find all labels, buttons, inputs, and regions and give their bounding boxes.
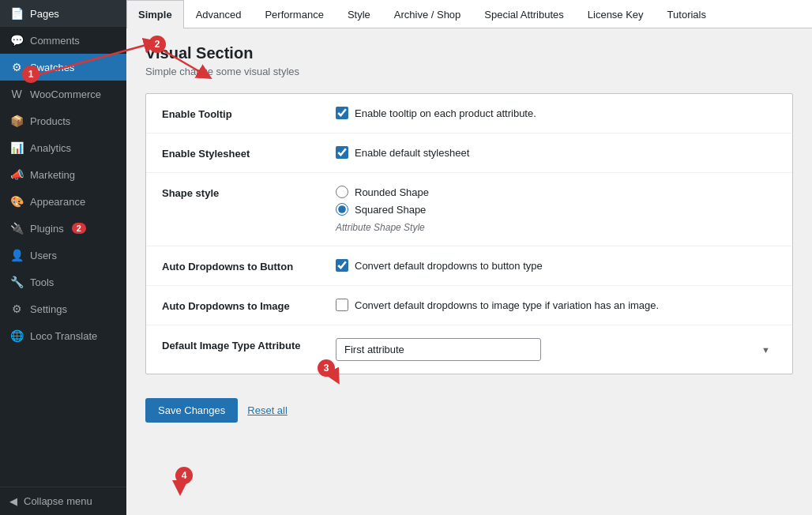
plugins-badge: 2	[72, 223, 86, 234]
setting-label-auto-dropdowns-button: Auto Dropdowns to Button	[162, 259, 336, 273]
checkbox-label-auto-dropdowns-image: Convert default dropdowns to image type …	[355, 299, 659, 311]
annotation-2: 2	[148, 36, 166, 53]
sidebar-label-comments: Comments	[30, 35, 80, 47]
tools-icon: 🔧	[9, 275, 24, 289]
checkbox-label-auto-dropdowns-button: Convert default dropdowns to button type	[355, 260, 543, 272]
radio-label-rounded: Rounded Shape	[355, 186, 429, 198]
settings-card: Enable TooltipEnable tooltip on each pro…	[145, 93, 793, 374]
sidebar-item-appearance[interactable]: 🎨 Appearance	[0, 188, 126, 215]
setting-control-enable-tooltip: Enable tooltip on each product attribute…	[336, 107, 776, 119]
loco-translate-icon: 🌐	[9, 329, 24, 343]
settings-row-default-image-type: Default Image Type AttributeFirst attrib…	[146, 325, 792, 374]
tab-archive-shop[interactable]: Archive / Shop	[382, 0, 473, 28]
section-title: Visual Section	[145, 44, 793, 62]
collapse-label: Collapse menu	[24, 495, 92, 507]
form-actions: Save Changes Reset all	[145, 390, 793, 438]
sidebar-item-plugins[interactable]: 🔌 Plugins 2	[0, 215, 126, 242]
sidebar-item-settings[interactable]: ⚙ Settings	[0, 295, 126, 322]
settings-row-enable-tooltip: Enable TooltipEnable tooltip on each pro…	[146, 94, 792, 133]
sidebar-item-woocommerce[interactable]: W WooCommerce	[0, 81, 126, 107]
shape-hint: Attribute Shape Style	[336, 222, 776, 233]
collapse-icon: ◀	[9, 495, 17, 507]
tab-advanced[interactable]: Advanced	[184, 0, 254, 28]
sidebar-label-analytics: Analytics	[30, 142, 71, 154]
sidebar-item-tools[interactable]: 🔧 Tools	[0, 269, 126, 295]
sidebar-label-loco-translate: Loco Translate	[30, 330, 97, 342]
sidebar-label-users: Users	[30, 250, 57, 261]
checkbox-enable-tooltip[interactable]	[336, 107, 348, 119]
sidebar-item-swatches[interactable]: ⚙ Swatches	[0, 54, 126, 81]
sidebar-label-woocommerce: WooCommerce	[30, 88, 101, 100]
sidebar-item-users[interactable]: 👤 Users	[0, 242, 126, 269]
collapse-menu[interactable]: ◀ Collapse menu	[0, 487, 126, 515]
setting-label-auto-dropdowns-image: Auto Dropdowns to Image	[162, 299, 336, 312]
analytics-icon: 📊	[9, 141, 24, 155]
sidebar-item-marketing[interactable]: 📣 Marketing	[0, 161, 126, 188]
settings-row-enable-stylesheet: Enable StylesheetEnable default styleshe…	[146, 133, 792, 173]
woocommerce-icon: W	[9, 87, 24, 101]
annotation-4: 4	[175, 467, 193, 484]
setting-control-shape-style: Rounded ShapeSquared ShapeAttribute Shap…	[336, 186, 776, 233]
sidebar: 📄 Pages 💬 Comments ⚙ Swatches W WooComme…	[0, 0, 126, 515]
sidebar-label-marketing: Marketing	[30, 169, 75, 181]
sidebar-label-appearance: Appearance	[30, 196, 85, 208]
tab-license-key[interactable]: License Key	[576, 0, 656, 28]
setting-control-enable-stylesheet: Enable default stylesheet	[336, 146, 776, 159]
content-area: Visual Section Simple change some visual…	[126, 28, 812, 515]
tab-special-attributes[interactable]: Special Attributes	[472, 0, 575, 28]
sidebar-item-loco-translate[interactable]: 🌐 Loco Translate	[0, 322, 126, 349]
sidebar-item-comments[interactable]: 💬 Comments	[0, 27, 126, 54]
section-subtitle: Simple change some visual styles	[145, 66, 793, 77]
appearance-icon: 🎨	[9, 194, 24, 209]
sidebar-label-plugins: Plugins	[30, 223, 64, 235]
radio-shape-style-rounded[interactable]	[336, 186, 348, 198]
checkbox-label-enable-stylesheet: Enable default stylesheet	[355, 147, 469, 159]
tab-performance[interactable]: Performance	[253, 0, 335, 28]
marketing-icon: 📣	[9, 167, 24, 182]
annotation-1: 1	[22, 66, 39, 83]
users-icon: 👤	[9, 248, 24, 262]
sidebar-item-pages[interactable]: 📄 Pages	[0, 0, 126, 27]
radio-shape-style-squared[interactable]	[336, 203, 348, 216]
reset-button[interactable]: Reset all	[247, 404, 288, 416]
select-arrow-icon: ▼	[761, 345, 770, 355]
sidebar-label-products: Products	[30, 115, 70, 127]
setting-label-enable-tooltip: Enable Tooltip	[162, 107, 336, 120]
pages-icon: 📄	[9, 6, 24, 21]
settings-row-shape-style: Shape styleRounded ShapeSquared ShapeAtt…	[146, 173, 792, 246]
settings-row-auto-dropdowns-image: Auto Dropdowns to ImageConvert default d…	[146, 286, 792, 325]
tab-simple[interactable]: Simple	[126, 0, 184, 28]
checkbox-enable-stylesheet[interactable]	[336, 146, 348, 159]
select-default-image-type[interactable]: First attributeSecond attributeThird att…	[336, 338, 541, 361]
setting-control-default-image-type: First attributeSecond attributeThird att…	[336, 338, 776, 361]
settings-row-auto-dropdowns-button: Auto Dropdowns to ButtonConvert default …	[146, 246, 792, 286]
comments-icon: 💬	[9, 33, 24, 47]
sidebar-item-products[interactable]: 📦 Products	[0, 107, 126, 134]
tab-bar: SimpleAdvancedPerformanceStyleArchive / …	[126, 0, 812, 28]
setting-label-shape-style: Shape style	[162, 186, 336, 199]
checkbox-auto-dropdowns-image[interactable]	[336, 299, 348, 311]
tab-tutorials[interactable]: Tutorials	[656, 0, 718, 28]
checkbox-auto-dropdowns-button[interactable]	[336, 259, 348, 272]
annotation-3: 3	[318, 359, 335, 377]
radio-label-squared: Squared Shape	[355, 204, 426, 216]
sidebar-item-analytics[interactable]: 📊 Analytics	[0, 134, 126, 161]
settings-icon: ⚙	[9, 302, 24, 316]
save-button[interactable]: Save Changes	[145, 398, 238, 423]
products-icon: 📦	[9, 114, 24, 128]
setting-control-auto-dropdowns-button: Convert default dropdowns to button type	[336, 259, 776, 272]
plugins-icon: 🔌	[9, 221, 24, 235]
setting-label-default-image-type: Default Image Type Attribute	[162, 338, 336, 351]
setting-control-auto-dropdowns-image: Convert default dropdowns to image type …	[336, 299, 776, 311]
sidebar-label-settings: Settings	[30, 303, 67, 315]
checkbox-label-enable-tooltip: Enable tooltip on each product attribute…	[355, 107, 536, 119]
setting-label-enable-stylesheet: Enable Stylesheet	[162, 146, 336, 160]
sidebar-label-pages: Pages	[30, 8, 59, 20]
tab-style[interactable]: Style	[336, 0, 382, 28]
sidebar-label-tools: Tools	[30, 276, 54, 288]
main-area: SimpleAdvancedPerformanceStyleArchive / …	[126, 0, 812, 515]
